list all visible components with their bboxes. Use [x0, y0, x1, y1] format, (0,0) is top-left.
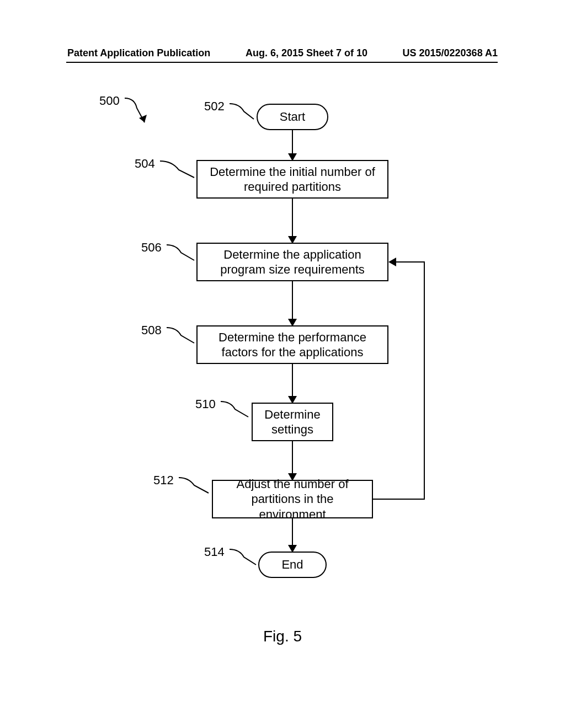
ref-506: 506 [141, 240, 162, 255]
page-header: Patent Application Publication Aug. 6, 2… [0, 47, 565, 59]
step-504-label: Determine the initial number of required… [204, 164, 381, 195]
step-504: Determine the initial number of required… [196, 160, 388, 199]
figure-caption: Fig. 5 [0, 628, 565, 645]
arrow-line [424, 261, 425, 500]
hook-arrow-icon [164, 243, 196, 265]
header-right: US 2015/0220368 A1 [403, 47, 498, 59]
header-left: Patent Application Publication [67, 47, 210, 59]
step-512-label: Adjust the number of partitions in the e… [220, 477, 365, 522]
hook-arrow-icon [122, 96, 156, 127]
hook-arrow-icon [177, 475, 211, 497]
step-512: Adjust the number of partitions in the e… [212, 480, 373, 518]
ref-508: 508 [141, 323, 162, 338]
header-center: Aug. 6, 2015 Sheet 7 of 10 [246, 47, 367, 59]
hook-arrow-icon [158, 159, 196, 181]
arrow-left-icon [388, 258, 396, 266]
arrow-line [292, 130, 293, 154]
ref-512: 512 [153, 473, 174, 488]
step-506-label: Determine the application program size r… [204, 247, 381, 277]
ref-502: 502 [204, 99, 225, 114]
step-510: Determine settings [252, 403, 333, 441]
ref-510: 510 [195, 397, 216, 411]
arrow-line [292, 281, 293, 320]
arrow-line [292, 518, 293, 546]
start-label: Start [280, 110, 305, 124]
arrow-line [396, 261, 425, 263]
arrow-line [292, 441, 293, 474]
ref-504: 504 [135, 157, 155, 171]
ref-514: 514 [204, 545, 225, 559]
start-node: Start [257, 104, 328, 130]
header-rule [66, 62, 498, 63]
step-506: Determine the application program size r… [196, 243, 388, 281]
ref-500: 500 [99, 94, 120, 108]
step-508-label: Determine the performance factors for th… [204, 330, 381, 360]
arrow-line [292, 199, 293, 237]
flowchart: 500 502 Start 504 Determine the initial … [0, 77, 565, 684]
end-label: End [281, 558, 303, 572]
arrow-line [292, 364, 293, 397]
end-node: End [258, 552, 327, 578]
step-508: Determine the performance factors for th… [196, 325, 388, 364]
svg-marker-0 [139, 115, 147, 122]
hook-arrow-icon [164, 325, 196, 347]
hook-arrow-icon [218, 399, 250, 421]
step-510-label: Determine settings [259, 407, 326, 437]
arrow-line [373, 499, 425, 500]
hook-arrow-icon [227, 101, 258, 124]
hook-arrow-icon [227, 547, 258, 569]
